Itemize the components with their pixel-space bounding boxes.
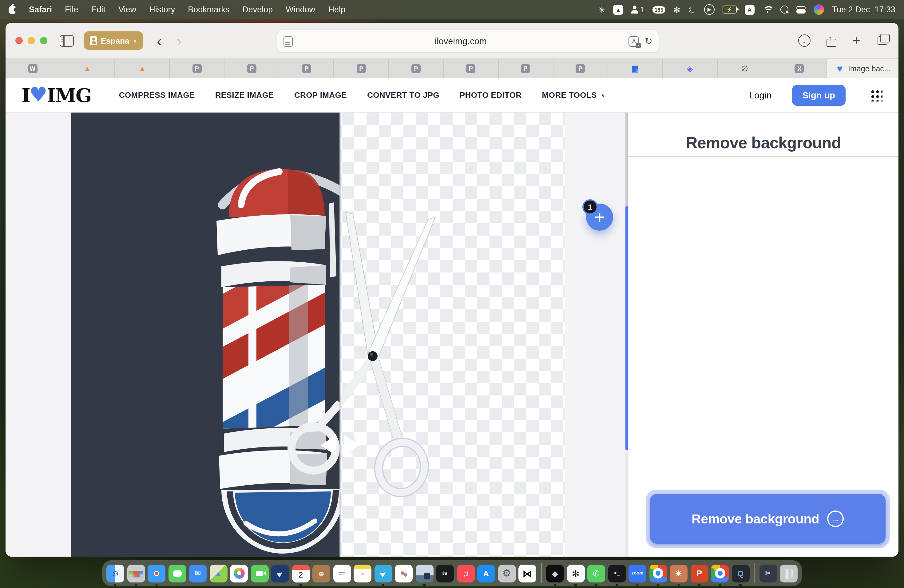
dock-quicktime[interactable]: Q xyxy=(732,564,749,582)
nav-resize-image[interactable]: RESIZE IMAGE xyxy=(215,90,274,100)
tab-diamond[interactable]: ◈ xyxy=(663,59,718,78)
dock-asterisk-app[interactable]: ✳ xyxy=(670,564,687,582)
back-button[interactable]: ‹ xyxy=(157,33,162,48)
menu-help[interactable]: Help xyxy=(328,5,345,14)
tab-null[interactable]: ∅ xyxy=(718,59,773,78)
dock-contacts[interactable]: ☻ xyxy=(312,564,330,582)
dock-chatgpt[interactable]: ✻ xyxy=(567,564,585,582)
signup-button[interactable]: Sign up xyxy=(792,85,846,106)
dock-chrome-2[interactable] xyxy=(711,564,729,582)
apple-menu-icon[interactable] xyxy=(9,5,16,14)
menu-file[interactable]: File xyxy=(65,5,78,14)
dock-facetime[interactable] xyxy=(251,564,269,582)
menu-history[interactable]: History xyxy=(149,5,175,14)
dock-calendar[interactable]: 2 xyxy=(292,564,310,582)
nav-convert-to-jpg[interactable]: CONVERT TO JPG xyxy=(367,90,439,100)
dock-trash[interactable] xyxy=(780,564,798,582)
reader-view-icon[interactable] xyxy=(283,36,293,46)
dock-photo-preview[interactable] xyxy=(416,564,433,582)
dock-mail[interactable]: ✉ xyxy=(189,564,207,582)
play-status-icon[interactable]: ▶ xyxy=(704,4,714,15)
dock-messages[interactable] xyxy=(168,564,186,582)
dock-music[interactable]: ♫ xyxy=(457,564,474,582)
nav-more-tools[interactable]: MORE TOOLS xyxy=(542,90,605,100)
tab-overview-icon[interactable] xyxy=(877,36,887,45)
dock-safari[interactable]: ◆ xyxy=(148,564,166,582)
nav-photo-editor[interactable]: PHOTO EDITOR xyxy=(460,90,522,100)
battery-icon[interactable]: ⚡ xyxy=(722,6,737,14)
dock-diamond-app[interactable]: ◆ xyxy=(546,564,564,582)
sidebar-toggle-icon[interactable] xyxy=(60,35,74,46)
spark-status-icon[interactable]: ✳ xyxy=(598,5,605,14)
data-usage-badge[interactable]: 185 xyxy=(653,6,665,13)
dock-document-barber[interactable]: ✂ xyxy=(759,564,777,582)
remove-background-button[interactable]: Remove background → xyxy=(650,494,885,544)
menu-view[interactable]: View xyxy=(119,5,136,14)
openai-status-icon[interactable]: ✻ xyxy=(673,5,680,14)
new-tab-icon[interactable]: + xyxy=(852,32,860,49)
close-window-button[interactable] xyxy=(15,37,23,44)
dock-whatsapp[interactable]: ✆ xyxy=(587,564,605,582)
share-icon[interactable] xyxy=(826,35,836,46)
control-center-icon[interactable] xyxy=(797,6,806,13)
tab-p-2[interactable]: P xyxy=(225,59,280,78)
zoom-window-button[interactable] xyxy=(40,37,47,44)
menu-bookmarks[interactable]: Bookmarks xyxy=(188,5,229,14)
dock-zoom[interactable]: zoom xyxy=(629,564,646,582)
focus-moon-icon[interactable]: ☾ xyxy=(687,4,698,16)
nav-crop-image[interactable]: CROP IMAGE xyxy=(294,90,347,100)
dock-maps[interactable]: ▲ xyxy=(209,564,227,582)
nav-compress-image[interactable]: COMPRESS IMAGE xyxy=(119,90,195,100)
downloads-icon[interactable]: ↓ xyxy=(798,35,810,47)
tab-p-5[interactable]: P xyxy=(389,59,444,78)
compare-divider[interactable] xyxy=(340,112,341,556)
dock-powerpoint[interactable]: P xyxy=(690,564,708,582)
tab-w[interactable]: W xyxy=(6,59,60,78)
dock-appletv[interactable]: tv xyxy=(436,564,454,582)
address-bar[interactable]: iloveimg.com A ↻ xyxy=(277,30,659,53)
person-count-icon[interactable]: 1 xyxy=(631,5,645,14)
dock-photos[interactable] xyxy=(230,564,248,582)
app-status-icon[interactable]: ▲ xyxy=(613,5,623,14)
tab-p-7[interactable]: P xyxy=(498,59,553,78)
dock-terminal[interactable]: >_ xyxy=(608,564,626,582)
spotlight-search-icon[interactable] xyxy=(781,6,789,14)
forward-button[interactable]: › xyxy=(177,33,182,48)
url-text[interactable]: iloveimg.com xyxy=(293,36,629,46)
iloveimg-logo[interactable]: I♥IMG xyxy=(22,82,91,107)
menu-edit[interactable]: Edit xyxy=(91,5,106,14)
login-link[interactable]: Login xyxy=(749,90,771,100)
keyboard-input-icon[interactable]: A xyxy=(745,5,755,14)
dock-appstore[interactable]: A xyxy=(477,564,495,582)
profile-button[interactable]: Espana ∨ xyxy=(84,32,143,50)
tab-p-3[interactable]: P xyxy=(280,59,334,78)
tab-x[interactable]: X xyxy=(773,59,827,78)
dock-item[interactable] xyxy=(541,563,542,583)
user-avatar[interactable] xyxy=(814,4,824,15)
tab-p-1[interactable]: P xyxy=(170,59,224,78)
tab-p-4[interactable]: P xyxy=(334,59,389,78)
dock-notes[interactable]: ≡ xyxy=(354,564,371,582)
tab-grid[interactable]: ▦ xyxy=(608,59,663,78)
dock-capcut[interactable]: ⋈ xyxy=(518,564,536,582)
menu-bar-clock[interactable]: Tue 2 Dec 17:33 xyxy=(832,5,895,14)
dock-telegram-dark[interactable]: ▶ xyxy=(271,564,289,582)
menu-safari[interactable]: Safari xyxy=(29,5,52,14)
translate-icon[interactable]: A xyxy=(629,36,639,46)
tab-cloud-1[interactable]: ▲ xyxy=(60,59,115,78)
dock-freeform[interactable]: ∿ xyxy=(395,564,412,582)
tab-image-background[interactable]: ♥ Image bac... xyxy=(827,59,898,78)
tab-cloud-2[interactable]: ▲ xyxy=(115,59,170,78)
menu-window[interactable]: Window xyxy=(286,5,315,14)
dock-item[interactable] xyxy=(754,563,755,583)
dock-settings[interactable]: ⚙ xyxy=(498,564,516,582)
tab-p-6[interactable]: P xyxy=(444,59,498,78)
dock-chrome[interactable] xyxy=(649,564,667,582)
reload-icon[interactable]: ↻ xyxy=(645,36,653,47)
minimize-window-button[interactable] xyxy=(28,37,35,44)
dock-telegram[interactable]: ▶ xyxy=(374,564,392,582)
menu-develop[interactable]: Develop xyxy=(242,5,273,14)
tab-p-8[interactable]: P xyxy=(553,59,608,78)
dock-finder[interactable]: ☺ xyxy=(106,564,124,582)
dock-launchpad[interactable]: ▦ xyxy=(127,564,145,582)
